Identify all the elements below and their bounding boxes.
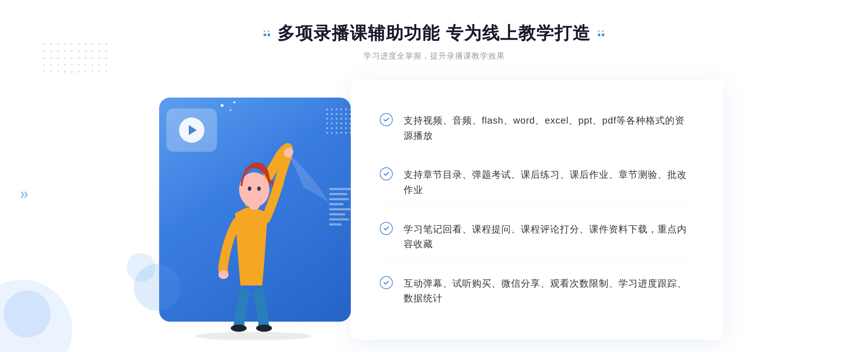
check-icon-2 (380, 167, 393, 180)
check-icon-3 (380, 222, 393, 235)
feature-text-3: 学习笔记回看、课程提问、课程评论打分、课件资料下载，重点内容收藏 (404, 222, 694, 252)
svg-point-3 (248, 186, 251, 191)
main-title: 多项录播课辅助功能 专为线上教学打造 (277, 22, 590, 45)
svg-point-7 (231, 325, 247, 332)
right-decorator (598, 30, 604, 36)
sparkle-dot-3 (233, 101, 235, 103)
left-decorator (264, 30, 270, 36)
sparkle-dot-1 (221, 104, 224, 107)
person-illustration (166, 130, 340, 340)
header-section: 多项录播课辅助功能 专为线上教学打造 学习进度全掌握，提升录播课教学效果 (264, 22, 604, 61)
svg-point-8 (256, 325, 272, 332)
svg-point-0 (195, 332, 311, 340)
feature-item-4: 互动弹幕、试听购买、微信分享、观看次数限制、学习进度跟踪、数据统计 (380, 269, 694, 313)
title-row: 多项录播课辅助功能 专为线上教学打造 (264, 22, 604, 45)
deco-circle-2 (127, 253, 156, 282)
left-chevron-icon: » (20, 186, 28, 201)
svg-point-5 (218, 270, 229, 279)
check-icon-4 (380, 276, 393, 289)
illustration-area: // Will be generated via JS below (145, 80, 362, 340)
svg-point-4 (257, 186, 261, 191)
bg-dot-grid-1 (43, 43, 107, 73)
main-content: // Will be generated via JS below (145, 80, 723, 340)
content-panel: 支持视频、音频、flash、word、excel、ppt、pdf等各种格式的资源… (351, 80, 723, 340)
feature-text-2: 支持章节目录、弹题考试、课后练习、课后作业、章节测验、批改作业 (404, 167, 694, 197)
feature-text-1: 支持视频、音频、flash、word、excel、ppt、pdf等各种格式的资源… (404, 113, 694, 143)
feature-item-1: 支持视频、音频、flash、word、excel、ppt、pdf等各种格式的资源… (380, 106, 694, 151)
bg-circle-medium (4, 291, 51, 338)
feature-item-3: 学习笔记回看、课程提问、课程评论打分、课件资料下载，重点内容收藏 (380, 215, 694, 259)
card-dot-grid (326, 108, 356, 134)
feature-text-4: 互动弹幕、试听购买、微信分享、观看次数限制、学习进度跟踪、数据统计 (404, 276, 694, 306)
sparkle-dot-2 (230, 109, 231, 111)
subtitle: 学习进度全掌握，提升录播课教学效果 (264, 51, 604, 61)
check-icon-1 (380, 113, 393, 126)
feature-item-2: 支持章节目录、弹题考试、课后练习、课后作业、章节测验、批改作业 (380, 160, 694, 205)
page-container: 多项录播课辅助功能 专为线上教学打造 学习进度全掌握，提升录播课教学效果 (0, 0, 868, 352)
